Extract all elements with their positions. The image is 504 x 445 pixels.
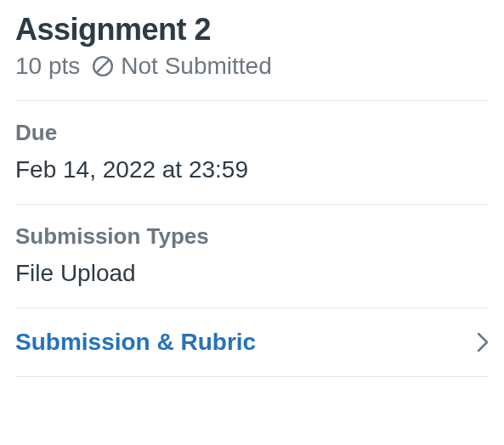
due-label: Due	[15, 120, 489, 146]
submission-rubric-label: Submission & Rubric	[15, 329, 256, 356]
assignment-title: Assignment 2	[15, 12, 489, 48]
svg-line-1	[97, 59, 110, 72]
submission-types-section: Submission Types File Upload	[15, 205, 489, 307]
due-section: Due Feb 14, 2022 at 23:59	[15, 101, 489, 204]
submission-types-label: Submission Types	[15, 223, 489, 250]
submission-types-value: File Upload	[15, 260, 489, 287]
assignment-status-text: Not Submitted	[121, 53, 271, 80]
assignment-meta: 10 pts Not Submitted	[15, 53, 489, 80]
chevron-right-icon	[477, 331, 489, 353]
assignment-points: 10 pts	[15, 53, 80, 80]
due-value: Feb 14, 2022 at 23:59	[15, 156, 489, 183]
not-submitted-icon	[92, 55, 114, 77]
submission-rubric-link[interactable]: Submission & Rubric	[15, 308, 489, 376]
assignment-status: Not Submitted	[92, 53, 271, 80]
divider	[15, 376, 489, 377]
